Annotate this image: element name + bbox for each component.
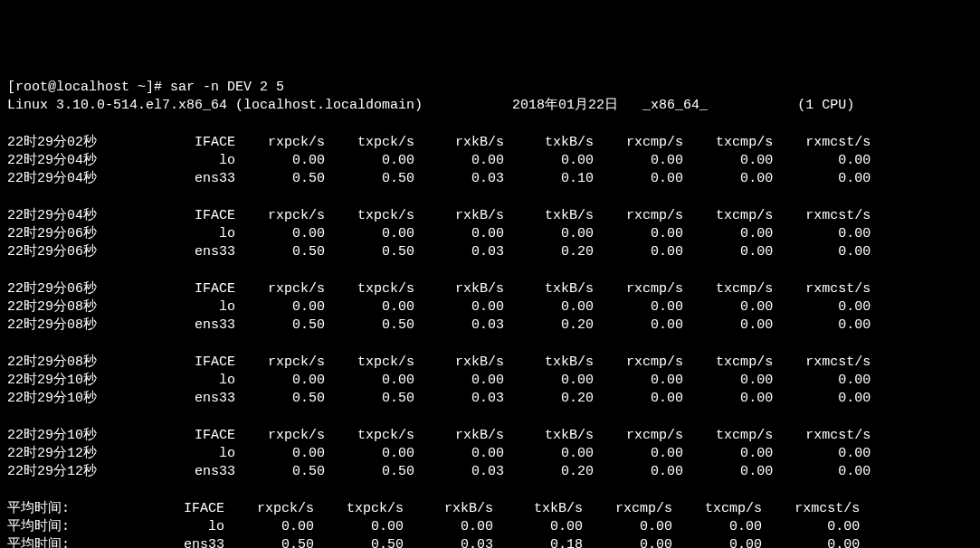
interval-header: 22时29分02秒 IFACE rxpck/s txpck/s rxkB/s t… bbox=[7, 135, 871, 150]
data-row: 22时29分12秒 lo 0.00 0.00 0.00 0.00 0.00 0.… bbox=[7, 446, 871, 461]
system-header: Linux 3.10.0-514.el7.x86_64 (localhost.l… bbox=[7, 98, 854, 113]
terminal-output[interactable]: [root@localhost ~]# sar -n DEV 2 5 Linux… bbox=[7, 79, 973, 548]
data-row: 22时29分08秒 lo 0.00 0.00 0.00 0.00 0.00 0.… bbox=[7, 299, 871, 315]
data-row: 22时29分06秒 ens33 0.50 0.50 0.03 0.20 0.00… bbox=[7, 244, 871, 260]
interval-header: 22时29分04秒 IFACE rxpck/s txpck/s rxkB/s t… bbox=[7, 208, 871, 223]
data-row: 22时29分04秒 lo 0.00 0.00 0.00 0.00 0.00 0.… bbox=[7, 153, 871, 168]
data-row: 22时29分08秒 ens33 0.50 0.50 0.03 0.20 0.00… bbox=[7, 317, 871, 333]
data-row: 22时29分10秒 ens33 0.50 0.50 0.03 0.20 0.00… bbox=[7, 391, 871, 406]
interval-header: 22时29分10秒 IFACE rxpck/s txpck/s rxkB/s t… bbox=[7, 428, 871, 443]
data-row: 22时29分04秒 ens33 0.50 0.50 0.03 0.10 0.00… bbox=[7, 171, 871, 186]
prompt-line: [root@localhost ~]# sar -n DEV 2 5 bbox=[7, 80, 284, 95]
data-row: 22时29分12秒 ens33 0.50 0.50 0.03 0.20 0.00… bbox=[7, 464, 871, 479]
average-row: 平均时间: ens33 0.50 0.50 0.03 0.18 0.00 0.0… bbox=[7, 537, 860, 548]
data-row: 22时29分06秒 lo 0.00 0.00 0.00 0.00 0.00 0.… bbox=[7, 226, 871, 241]
interval-header: 22时29分06秒 IFACE rxpck/s txpck/s rxkB/s t… bbox=[7, 281, 871, 297]
data-row: 22时29分10秒 lo 0.00 0.00 0.00 0.00 0.00 0.… bbox=[7, 373, 871, 388]
average-row: 平均时间: lo 0.00 0.00 0.00 0.00 0.00 0.00 0… bbox=[7, 519, 860, 534]
interval-header: 22时29分08秒 IFACE rxpck/s txpck/s rxkB/s t… bbox=[7, 354, 871, 370]
average-header: 平均时间: IFACE rxpck/s txpck/s rxkB/s txkB/… bbox=[7, 501, 860, 516]
